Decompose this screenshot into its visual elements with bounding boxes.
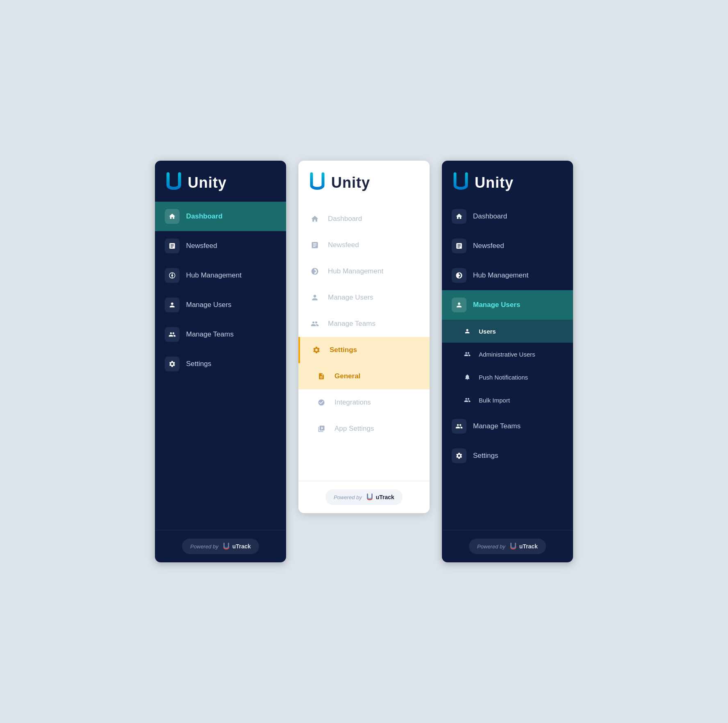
utrack-logo-3: uTrack [509, 542, 538, 551]
light-hub-label: Hub Management [328, 267, 383, 275]
nav-item-hub-1[interactable]: Hub Management [155, 261, 286, 290]
light-settings-icon [310, 343, 323, 357]
admin-users-label: Administrative Users [479, 351, 535, 358]
light-powered-text: Powered by [334, 494, 362, 500]
manage-teams-icon-3 [452, 419, 466, 434]
light-hub-icon [308, 265, 321, 278]
dashboard-label-1: Dashboard [186, 212, 223, 221]
unity-logo-icon-2 [308, 172, 326, 193]
nav-dashboard-3[interactable]: Dashboard [442, 202, 573, 231]
sidebar-footer-1: Powered by uTrack [155, 530, 286, 562]
sub-nav-push-notifications[interactable]: Push Notifications [442, 366, 573, 389]
hub-icon-1 [165, 268, 180, 283]
light-utrack-label: uTrack [376, 494, 394, 500]
hub-label-1: Hub Management [186, 271, 241, 280]
sub-nav-users[interactable]: Users [442, 320, 573, 343]
nav-item-dashboard-1[interactable]: Dashboard [155, 202, 286, 231]
panels-container: Unity Dashboard Newsfeed [155, 161, 573, 562]
settings-label-1: Settings [186, 360, 211, 368]
utrack-logo-1: uTrack [222, 542, 251, 551]
light-nav-general[interactable]: General [298, 363, 430, 389]
light-footer-2: Powered by uTrack [298, 481, 430, 513]
light-integrations-icon [315, 396, 328, 409]
light-manage-teams-icon [308, 317, 321, 330]
hub-label-3: Hub Management [473, 271, 528, 280]
utrack-icon-1 [222, 542, 231, 551]
utrack-label-1: uTrack [232, 543, 251, 550]
nav-item-settings-1[interactable]: Settings [155, 349, 286, 379]
panel-2-light: Unity Dashboard Newsfeed [298, 161, 430, 513]
push-notifications-icon [462, 371, 473, 383]
light-integrations-label: Integrations [334, 398, 371, 407]
users-icon [462, 325, 473, 337]
settings-icon-1 [165, 357, 180, 371]
sidebar-nav-1: Dashboard Newsfeed Hub Management [155, 202, 286, 530]
manage-teams-label-3: Manage Teams [473, 422, 521, 430]
unity-title-3: Unity [475, 174, 514, 191]
light-nav-newsfeed[interactable]: Newsfeed [298, 232, 430, 258]
nav-newsfeed-3[interactable]: Newsfeed [442, 231, 573, 261]
manage-users-icon-1 [165, 298, 180, 312]
admin-users-icon [462, 348, 473, 360]
nav-item-newsfeed-1[interactable]: Newsfeed [155, 231, 286, 261]
light-nav-dashboard[interactable]: Dashboard [298, 206, 430, 232]
light-general-icon [315, 370, 328, 383]
nav-item-manage-teams-1[interactable]: Manage Teams [155, 320, 286, 349]
manage-users-label-1: Manage Users [186, 301, 232, 309]
unity-logo-icon-1 [165, 172, 183, 193]
manage-teams-label-1: Manage Teams [186, 330, 234, 339]
logo-area-1: Unity [155, 161, 286, 202]
light-newsfeed-label: Newsfeed [328, 241, 359, 249]
light-app-settings-label: App Settings [334, 425, 374, 433]
nav-item-manage-users-1[interactable]: Manage Users [155, 290, 286, 320]
light-dashboard-icon [308, 212, 321, 225]
light-general-label: General [334, 372, 360, 380]
light-utrack-icon [365, 493, 374, 502]
light-settings-label: Settings [330, 346, 357, 354]
powered-by-text-1: Powered by [190, 543, 218, 550]
dashboard-icon-1 [165, 209, 180, 224]
light-nav-integrations[interactable]: Integrations [298, 389, 430, 416]
light-nav-manage-teams[interactable]: Manage Teams [298, 311, 430, 337]
manage-users-label-3: Manage Users [473, 301, 520, 309]
light-newsfeed-icon [308, 239, 321, 252]
newsfeed-icon-1 [165, 239, 180, 253]
sub-nav-admin-users[interactable]: Administrative Users [442, 343, 573, 366]
dashboard-icon-3 [452, 209, 466, 224]
manage-teams-icon-1 [165, 327, 180, 342]
light-nav-hub[interactable]: Hub Management [298, 258, 430, 284]
sidebar-footer-3: Powered by uTrack [442, 530, 573, 562]
powered-by-badge-1: Powered by uTrack [182, 539, 259, 554]
logo-area-2: Unity [298, 161, 430, 202]
utrack-icon-3 [509, 542, 518, 551]
unity-title-1: Unity [188, 174, 227, 191]
powered-by-badge-3: Powered by uTrack [469, 539, 546, 554]
light-manage-users-label: Manage Users [328, 293, 373, 302]
utrack-label-3: uTrack [519, 543, 538, 550]
light-nav-manage-users[interactable]: Manage Users [298, 284, 430, 311]
hub-icon-3 [452, 268, 466, 283]
light-nav-app-settings[interactable]: App Settings [298, 416, 430, 442]
nav-manage-teams-3[interactable]: Manage Teams [442, 412, 573, 441]
light-manage-users-icon [308, 291, 321, 304]
nav-settings-3[interactable]: Settings [442, 441, 573, 471]
light-nav-settings[interactable]: Settings [298, 337, 430, 363]
light-dashboard-label: Dashboard [328, 215, 362, 223]
manage-users-icon-3 [452, 298, 466, 312]
settings-icon-3 [452, 448, 466, 463]
unity-title-2: Unity [331, 174, 370, 191]
nav-manage-users-3[interactable]: Manage Users [442, 290, 573, 320]
bulk-import-label: Bulk Import [479, 397, 510, 404]
powered-by-text-3: Powered by [477, 543, 505, 550]
settings-label-3: Settings [473, 452, 498, 460]
panel-3-sidebar: Unity Dashboard Newsfeed [442, 161, 573, 562]
bulk-import-icon [462, 394, 473, 406]
light-utrack-logo: uTrack [365, 493, 394, 502]
users-label: Users [479, 328, 496, 335]
unity-logo-icon-3 [452, 172, 470, 193]
light-app-settings-icon [315, 422, 328, 435]
nav-hub-3[interactable]: Hub Management [442, 261, 573, 290]
dashboard-label-3: Dashboard [473, 212, 507, 221]
panel-1-sidebar: Unity Dashboard Newsfeed [155, 161, 286, 562]
sub-nav-bulk-import[interactable]: Bulk Import [442, 389, 573, 412]
